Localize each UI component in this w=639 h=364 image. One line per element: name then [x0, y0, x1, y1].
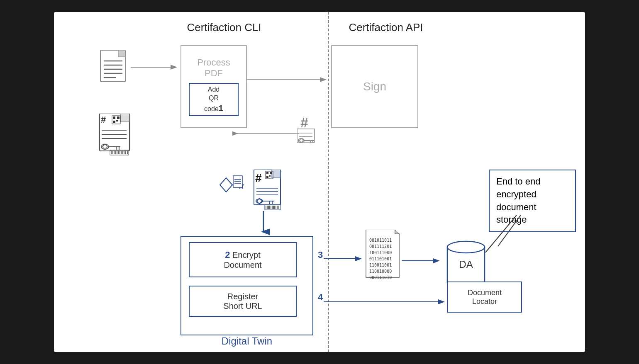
- svg-text:#: #: [101, 114, 106, 125]
- arrow-binary-to-da: [402, 255, 443, 267]
- svg-marker-48: [220, 178, 232, 192]
- sign-label: Sign: [363, 80, 386, 93]
- register-url-box: RegisterShort URL: [189, 286, 297, 317]
- document-locator-box: DocumentLocator: [447, 281, 522, 313]
- arrow-process-to-sign: [247, 73, 330, 86]
- svg-marker-1: [118, 50, 125, 57]
- add-qr-label: AddQRcode1: [204, 85, 223, 114]
- svg-text:#: #: [255, 172, 262, 184]
- diagram-container: Certifaction CLI Certifaction API Proces…: [54, 12, 585, 352]
- svg-rect-24: [117, 116, 120, 119]
- arrow-encrypt-to-binary: [324, 252, 365, 265]
- binary-document: 001011011 001111201 100111000 011101001 …: [365, 230, 407, 281]
- qr-document-output: #: [98, 114, 135, 159]
- digital-twin-label: Digital Twin: [180, 335, 313, 347]
- svg-text:DA: DA: [459, 259, 473, 270]
- callout-arrow2: [490, 215, 523, 248]
- cli-header: Certifaction CLI: [174, 21, 274, 34]
- sign-box: Sign: [331, 45, 418, 128]
- svg-rect-60: [266, 172, 268, 174]
- arrow-doc-to-process: [131, 61, 180, 73]
- svg-marker-87: [395, 230, 399, 234]
- svg-rect-25: [113, 121, 115, 123]
- encrypt-document-box: 2 EncryptDocument: [189, 242, 297, 277]
- api-header: Certifaction API: [340, 21, 432, 34]
- arrow-down-to-encrypt: [257, 211, 270, 236]
- step3-label: 3: [318, 250, 323, 260]
- process-pdf-box: Process PDF AddQRcode1: [180, 45, 247, 128]
- process-pdf-label: Process PDF: [197, 57, 230, 79]
- svg-rect-63: [269, 175, 271, 177]
- arrow-register-to-locator: [324, 296, 448, 308]
- arrow-hashkey-to-addqr: [232, 127, 299, 140]
- step4-label: 4: [318, 292, 323, 303]
- qr-doc-middle: #: [253, 170, 286, 213]
- binary-text: 001011011 001111201 100111000 011101001 …: [369, 237, 407, 281]
- add-qr-box: AddQRcode1: [189, 83, 239, 116]
- svg-rect-23: [113, 116, 115, 119]
- svg-line-94: [498, 215, 521, 246]
- svg-rect-62: [266, 176, 268, 178]
- hash-key-icon-top: #: [297, 112, 322, 146]
- svg-rect-61: [270, 172, 272, 174]
- svg-text:#: #: [300, 114, 308, 130]
- svg-marker-20: [120, 114, 129, 122]
- key-icon-middle: [216, 174, 245, 198]
- source-document-icon: [100, 49, 131, 87]
- document-locator-label: DocumentLocator: [468, 289, 502, 306]
- svg-rect-26: [116, 120, 118, 121]
